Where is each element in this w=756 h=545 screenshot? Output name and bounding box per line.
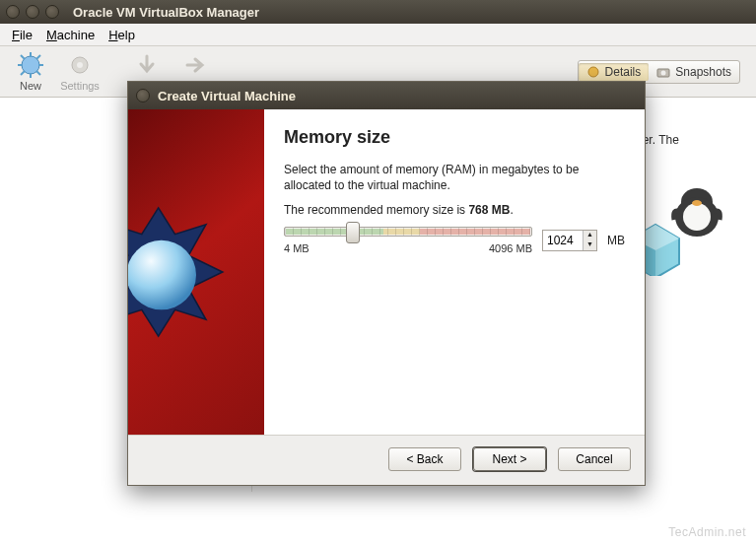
new-button[interactable]: New — [6, 52, 55, 92]
svg-point-11 — [588, 67, 598, 77]
memory-unit: MB — [607, 234, 625, 247]
settings-label: Settings — [60, 80, 100, 92]
dialog-footer: < Back Next > Cancel — [128, 435, 645, 485]
window-titlebar: Oracle VM VirtualBox Manager — [0, 0, 756, 24]
svg-point-17 — [692, 200, 702, 206]
dialog-heading: Memory size — [284, 127, 625, 148]
details-tab[interactable]: Details — [579, 63, 650, 81]
svg-line-6 — [36, 71, 40, 75]
svg-point-22 — [128, 240, 196, 310]
close-icon[interactable] — [6, 5, 20, 19]
settings-button: Settings — [55, 52, 104, 92]
watermark: TecAdmin.net — [668, 525, 746, 539]
new-label: New — [20, 80, 41, 92]
back-button[interactable]: < Back — [388, 447, 461, 471]
view-toggle: Details Snapshots — [578, 60, 740, 84]
dialog-title: Create Virtual Machine — [158, 89, 296, 103]
svg-line-8 — [21, 71, 25, 75]
snapshots-label: Snapshots — [675, 65, 731, 79]
slider-max-label: 4096 MB — [489, 242, 532, 254]
menu-machine[interactable]: Machine — [40, 26, 101, 44]
svg-point-13 — [661, 70, 666, 75]
details-label: Details — [605, 65, 642, 79]
gear-icon — [67, 52, 93, 78]
camera-icon — [656, 65, 670, 79]
recommended-text: The recommended memory size is 768 MB. — [284, 203, 625, 217]
create-vm-dialog: Create Virtual Machine Memory size — [127, 81, 646, 486]
memory-spinner[interactable]: ▲ ▼ — [542, 230, 597, 251]
window-title: Oracle VM VirtualBox Manager — [73, 5, 259, 20]
arrow-down-icon — [134, 52, 160, 78]
menubar: FileMachineHelp — [0, 24, 756, 46]
snapshots-tab[interactable]: Snapshots — [649, 63, 739, 81]
sun-icon — [18, 52, 43, 78]
next-button[interactable]: Next > — [473, 447, 546, 471]
minimize-icon[interactable] — [26, 5, 39, 19]
menu-help[interactable]: Help — [103, 26, 141, 44]
close-icon[interactable] — [136, 89, 150, 102]
cancel-button[interactable]: Cancel — [558, 447, 631, 471]
slider-min-label: 4 MB — [284, 242, 309, 254]
dialog-titlebar: Create Virtual Machine — [128, 82, 645, 109]
memory-slider[interactable]: 4 MB 4096 MB — [284, 227, 532, 254]
starburst-icon — [128, 173, 264, 371]
spin-down-icon[interactable]: ▼ — [583, 240, 596, 250]
svg-line-7 — [36, 55, 40, 59]
dialog-description: Select the amount of memory (RAM) in meg… — [284, 162, 625, 193]
dialog-side-graphic — [128, 109, 264, 435]
spin-up-icon[interactable]: ▲ — [583, 231, 596, 240]
svg-line-5 — [21, 55, 25, 59]
gear-small-icon — [586, 65, 600, 79]
maximize-icon[interactable] — [45, 5, 59, 19]
dialog-content: Memory size Select the amount of memory … — [264, 109, 645, 435]
arrow-right-icon — [183, 52, 209, 78]
menu-file[interactable]: File — [6, 26, 38, 44]
svg-point-10 — [77, 62, 83, 68]
slider-thumb[interactable] — [346, 222, 360, 243]
svg-point-16 — [683, 203, 711, 231]
